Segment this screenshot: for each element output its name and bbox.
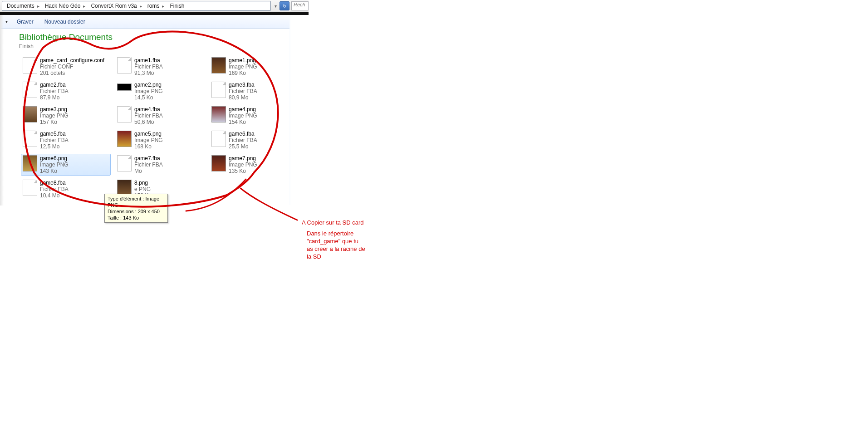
breadcrumb-item[interactable]: Finish [168, 3, 186, 9]
file-item[interactable]: game6.pngImage PNG143 Ko [21, 154, 111, 176]
image-thumbnail-icon [117, 83, 132, 91]
search-input[interactable]: Rech [291, 1, 309, 10]
breadcrumb-item[interactable]: Hack Néo Géo▸ [43, 3, 89, 9]
chevron-right-icon: ▸ [35, 4, 41, 9]
file-item[interactable]: game3.pngImage PNG157 Ko [21, 105, 111, 127]
file-size: 168 Ko [134, 143, 163, 150]
file-item[interactable]: game7.pngImage PNG135 Ko [210, 154, 299, 176]
burn-button[interactable]: Graver [11, 17, 39, 27]
file-icon [117, 155, 132, 171]
file-item[interactable]: game_card_configure.confFichier CONF201 … [21, 56, 111, 78]
file-type: Image PNG [229, 162, 257, 168]
breadcrumb-item[interactable]: ConvertX Rom v3a▸ [89, 3, 145, 9]
file-item[interactable]: game4.pngImage PNG154 Ko [210, 105, 299, 127]
image-thumbnail-icon [23, 106, 37, 122]
file-type: Image PNG [40, 162, 69, 168]
file-name: game6.png [40, 155, 67, 162]
files-pane: game_card_configure.confFichier CONF201 … [21, 56, 293, 200]
file-name: game5.png [134, 131, 162, 137]
file-type: Fichier FBA [134, 162, 163, 168]
breadcrumb[interactable]: Documents▸ Hack Néo Géo▸ ConvertX Rom v3… [2, 1, 271, 11]
library-subtitle: Finish [19, 43, 868, 49]
file-icon [117, 106, 132, 122]
file-item[interactable]: game1.fbaFichier FBA91,3 Mo [115, 56, 205, 78]
file-item[interactable]: game2.fbaFichier FBA87,9 Mo [21, 80, 111, 102]
file-type: Fichier FBA [134, 64, 163, 70]
file-type: Fichier FBA [229, 137, 257, 143]
file-name: game2.png [134, 82, 162, 88]
breadcrumb-item[interactable]: Documents▸ [5, 3, 43, 9]
tooltip-line: Taille : 143 Ko [108, 215, 165, 221]
file-name: game4.png [229, 106, 256, 113]
file-type: Image PNG [229, 64, 257, 70]
file-size: 10,4 Mo [40, 192, 69, 199]
chevron-right-icon: ▸ [81, 4, 87, 9]
file-item[interactable]: game4.fbaFichier FBA50,6 Mo [115, 105, 205, 127]
file-size: 201 octets [40, 70, 104, 76]
file-item[interactable]: game5.fbaFichier FBA12,5 Mo [21, 129, 111, 151]
tooltip-line: Dimensions : 209 x 450 [108, 208, 165, 215]
breadcrumb-item[interactable]: roms▸ [146, 3, 168, 9]
side-shadow [0, 15, 4, 206]
file-type: Image PNG [134, 88, 163, 94]
file-name: game3.fba [229, 82, 255, 88]
dropdown-icon[interactable]: ▾ [273, 4, 279, 9]
file-name: game1.png [229, 57, 256, 64]
file-icon [23, 57, 37, 73]
file-item[interactable]: game6.fbaFichier FBA25,5 Mo [210, 129, 299, 151]
file-item[interactable]: game8.fbaFichier FBA10,4 Mo [21, 178, 111, 200]
window-border-right [289, 15, 290, 205]
image-thumbnail-icon [211, 57, 226, 73]
address-bar: Documents▸ Hack Néo Géo▸ ConvertX Rom v3… [0, 0, 309, 12]
image-thumbnail-icon [211, 155, 226, 171]
file-size: 87,9 Mo [40, 94, 69, 101]
file-item[interactable]: game5.pngImage PNG168 Ko [115, 129, 205, 151]
file-name: game5.fba [40, 131, 66, 137]
file-type: Image PNG [40, 113, 69, 119]
image-thumbnail-icon [117, 131, 132, 147]
tooltip: Type d'élément : Image PNG Dimensions : … [104, 194, 168, 223]
file-icon [23, 180, 37, 196]
new-folder-button[interactable]: Nouveau dossier [39, 17, 91, 27]
file-size: 157 Ko [40, 119, 69, 125]
file-name: game8.fba [40, 180, 66, 186]
file-size: 143 Ko [40, 168, 69, 174]
file-size: 91,3 Mo [134, 70, 163, 76]
annotation-text: A Copier sur ta SD card [302, 219, 364, 226]
file-icon [23, 82, 37, 98]
file-size: 14,5 Ko [134, 94, 163, 101]
file-size: 12,5 Mo [40, 143, 69, 150]
file-name: 8.png [134, 180, 148, 186]
file-type: Fichier FBA [40, 137, 69, 143]
file-item[interactable]: game2.pngImage PNG14,5 Ko [115, 80, 205, 102]
file-item[interactable]: game7.fbaFichier FBAMo [115, 154, 205, 176]
file-icon [211, 131, 226, 147]
file-icon [211, 82, 226, 98]
image-thumbnail-icon [23, 155, 37, 171]
file-item[interactable]: game1.pngImage PNG169 Ko [210, 56, 299, 78]
file-name: game4.fba [134, 106, 160, 113]
refresh-button[interactable]: ↻ [280, 1, 289, 10]
file-type: Fichier FBA [40, 186, 69, 192]
file-name: game_card_configure.conf [40, 57, 104, 64]
file-type: Fichier FBA [229, 88, 257, 94]
annotation-text: Dans le répertoire "card_game" que tu as… [307, 230, 366, 260]
file-name: game7.png [229, 155, 256, 162]
file-size: 25,5 Mo [229, 143, 257, 150]
file-type: Image PNG [229, 113, 257, 119]
tooltip-line: Type d'élément : Image PNG [108, 196, 165, 208]
library-title: Bibliothèque Documents [19, 32, 868, 42]
file-size: 135 Ko [229, 168, 257, 174]
file-size: 50,6 Mo [134, 119, 163, 125]
file-name: game3.png [40, 106, 67, 113]
file-type: Image PNG [134, 137, 163, 143]
library-header: Bibliothèque Documents Finish [0, 32, 868, 49]
file-type: Fichier FBA [40, 88, 69, 94]
file-type: Fichier FBA [134, 113, 163, 119]
file-size: 80,9 Mo [229, 94, 257, 101]
file-icon [23, 131, 37, 147]
file-icon [117, 57, 132, 73]
file-item[interactable]: game3.fbaFichier FBA80,9 Mo [210, 80, 299, 102]
file-name: game6.fba [229, 131, 255, 137]
image-thumbnail-icon [211, 106, 226, 122]
